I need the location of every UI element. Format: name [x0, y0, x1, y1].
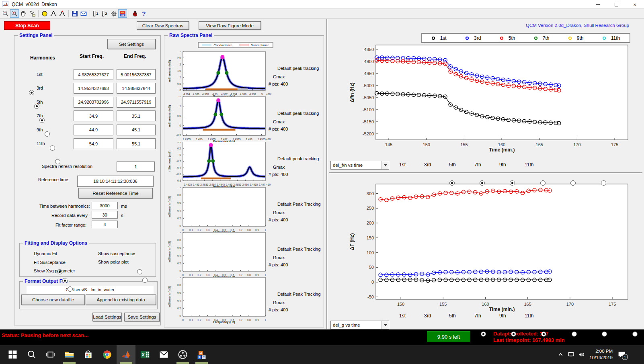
load-settings-button[interactable]: Load Settings: [92, 313, 122, 321]
fit-option-radio[interactable]: [68, 286, 73, 292]
obs-icon[interactable]: [173, 345, 192, 364]
start-icon[interactable]: [3, 345, 22, 364]
search-icon[interactable]: [22, 345, 41, 364]
open-app-underline: [176, 362, 189, 364]
start-freq-input-1st[interactable]: 4.98265327627: [74, 69, 113, 80]
harmonic-radio-11th[interactable]: [55, 159, 60, 164]
end-freq-input-11th[interactable]: 55.1: [117, 138, 156, 149]
set-settings-button[interactable]: Set Settings: [107, 39, 156, 49]
delf-radio-label-11th: 11th: [525, 162, 533, 168]
store-icon[interactable]: [79, 345, 98, 364]
refresh-resolution-input[interactable]: 1: [117, 162, 155, 172]
delg-radio-1st[interactable]: [481, 331, 486, 337]
fit-option-radio[interactable]: [137, 269, 142, 274]
harmonic-radio-1st[interactable]: [29, 90, 34, 95]
circle-tool-icon[interactable]: [40, 9, 49, 18]
zoom-in-icon[interactable]: [10, 9, 19, 18]
svg-text:0: 0: [179, 270, 181, 272]
maximize-button[interactable]: [607, 0, 626, 9]
email-icon[interactable]: [79, 9, 88, 18]
delf-radio-11th[interactable]: [601, 180, 606, 186]
svg-text:MY: MY: [121, 11, 124, 13]
delf-radio-5th[interactable]: [510, 180, 515, 186]
excel-icon[interactable]: X: [135, 345, 154, 364]
delg-radio-3rd[interactable]: [511, 331, 516, 337]
end-freq-input-1st[interactable]: 5.00156287387: [117, 69, 156, 80]
close-button[interactable]: ×: [626, 0, 644, 9]
start-freq-input-3rd[interactable]: 14.9534327693: [74, 83, 113, 94]
fit-option-radio[interactable]: [142, 278, 148, 283]
chrome-icon[interactable]: [98, 345, 117, 364]
svg-text:×10⁷: ×10⁷: [266, 183, 272, 186]
output-file-path[interactable]: C:\Users\S...lm_in_water: [27, 286, 154, 294]
my-ua-icon[interactable]: MYUA: [118, 9, 127, 18]
svg-text:0.1: 0.1: [189, 229, 193, 231]
stop-scan-button[interactable]: Stop Scan: [4, 21, 50, 30]
harmonic-label-5th: 5th: [37, 100, 43, 104]
svg-text:1.496: 1.496: [196, 138, 203, 141]
delg-radio-9th[interactable]: [602, 331, 607, 337]
minimize-button[interactable]: [589, 0, 607, 9]
zoom-out-icon[interactable]: [1, 9, 10, 18]
reference-time-input[interactable]: 19:10:14:11:12:38:036: [77, 176, 154, 187]
tray-chevron-icon[interactable]: [557, 351, 564, 360]
notification-icon[interactable]: 1: [617, 350, 626, 360]
harmonic-radio-5th[interactable]: [39, 118, 45, 123]
network-icon[interactable]: [568, 351, 574, 360]
start-freq-input-11th[interactable]: 54.9: [74, 138, 113, 149]
end-freq-input-9th[interactable]: 45.1: [117, 125, 156, 135]
choose-datafile-button[interactable]: Choose new datafile: [21, 294, 85, 305]
start-freq-input-9th[interactable]: 44.9: [74, 125, 113, 135]
view-raw-figure-button[interactable]: View Raw Figure Mode: [199, 21, 261, 30]
start-freq-input-5th[interactable]: 24.9203702996: [74, 97, 113, 108]
ruler-two-icon[interactable]: 2: [100, 9, 109, 18]
pan-icon[interactable]: [19, 9, 28, 18]
matlab-icon[interactable]: [117, 345, 135, 364]
file-explorer-icon[interactable]: [60, 345, 79, 364]
help-icon[interactable]: ?: [139, 9, 148, 18]
gear-icon[interactable]: [109, 9, 118, 18]
fit-option-radio[interactable]: [62, 278, 68, 283]
end-freq-input-5th[interactable]: 24.9711557919: [117, 97, 156, 108]
svg-text:170: 170: [566, 302, 574, 307]
clear-raw-spectras-button[interactable]: Clear Raw Spectras: [137, 21, 189, 30]
legend-line-swatch: [239, 45, 249, 46]
mail-icon[interactable]: [154, 345, 173, 364]
delg-radio-5th[interactable]: [541, 331, 546, 337]
record-data-input[interactable]: 30: [92, 211, 118, 219]
svg-text:0: 0: [182, 229, 184, 231]
delf-radio-3rd[interactable]: [480, 180, 485, 186]
svg-text:×10⁶: ×10⁶: [266, 93, 272, 96]
debug-bug-icon[interactable]: [131, 9, 139, 18]
toolbox-icon[interactable]: HFC: [192, 345, 211, 364]
save-icon[interactable]: [70, 9, 79, 18]
delg-radio-7th[interactable]: [572, 331, 577, 337]
ruler-one-icon[interactable]: 1: [92, 9, 100, 18]
svg-text:160: 160: [498, 142, 505, 147]
append-data-button[interactable]: Append to existing data: [86, 294, 156, 305]
delf-radio-9th[interactable]: [570, 180, 576, 186]
delf-plot-type-select[interactable]: del_f/n vs time: [330, 161, 389, 170]
data-cursor-icon[interactable]: [28, 9, 37, 18]
svg-text:0: 0: [182, 319, 184, 321]
end-freq-input-3rd[interactable]: 14.985637644: [117, 83, 156, 94]
svg-text:0.9: 0.9: [255, 274, 259, 276]
task-view-icon[interactable]: [41, 345, 60, 364]
harmonic-radio-9th[interactable]: [50, 145, 55, 151]
delg-radio-11th[interactable]: [632, 331, 638, 337]
save-settings-button[interactable]: Save Settings: [124, 313, 160, 321]
reset-reference-time-button[interactable]: Reset Reference Time: [78, 188, 153, 198]
delg-plot-type-select[interactable]: del_g vs time: [330, 321, 389, 329]
peak-fit-icon[interactable]: [49, 9, 58, 18]
gmax-label: Gmax: [273, 165, 285, 170]
taskbar-clock[interactable]: 2:00 PM 10/14/2019: [586, 348, 613, 361]
end-freq-input-7th[interactable]: 35.1: [117, 110, 156, 121]
time-between-harmonics-input[interactable]: 3000: [92, 202, 118, 209]
svg-text:-5050: -5050: [363, 95, 374, 100]
delf-radio-1st[interactable]: [449, 180, 455, 186]
start-freq-input-7th[interactable]: 34.9: [74, 110, 113, 121]
delf-radio-7th[interactable]: [540, 180, 546, 186]
peak-track-icon[interactable]: [58, 9, 67, 18]
fit-factor-input[interactable]: 4: [92, 221, 118, 228]
volume-icon[interactable]: [578, 351, 585, 360]
